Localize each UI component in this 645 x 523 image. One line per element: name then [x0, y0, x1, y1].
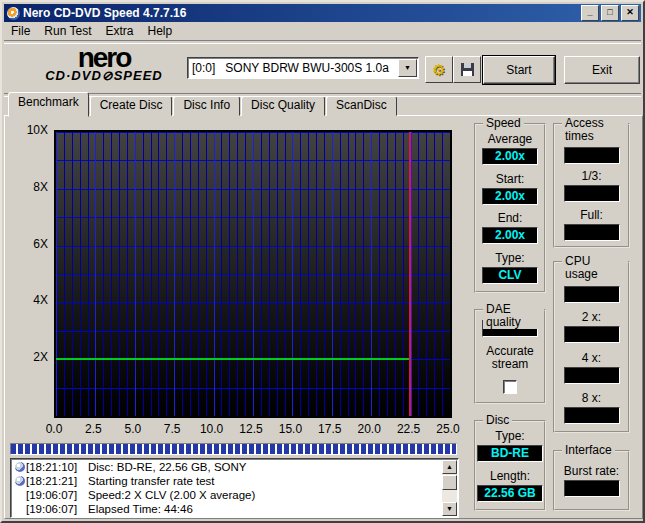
y-tick-label: 6X [10, 237, 48, 251]
end-position-marker [409, 132, 411, 416]
field-label: 4 x: [582, 351, 601, 365]
y-tick-label: 10X [10, 123, 48, 137]
menu-help[interactable]: Help [141, 22, 180, 40]
log-listbox: [18:21:10]Disc: BD-RE, 22.56 GB, SONY[18… [10, 458, 459, 518]
log-message: Disc: BD-RE, 22.56 GB, SONY [88, 461, 247, 473]
value-box: 2.00x [482, 188, 538, 205]
tab-benchmark[interactable]: Benchmark [8, 92, 89, 117]
interface-group-title: Interface [562, 444, 615, 457]
field-label: Start: [496, 172, 525, 186]
scroll-up-icon[interactable]: ▲ [442, 460, 457, 474]
field-label: End: [498, 211, 523, 225]
x-tick-label: 0.0 [37, 422, 71, 436]
x-tick-label: 25.0 [431, 422, 465, 436]
value-box: 2.00x [482, 148, 538, 165]
x-tick-label: 7.5 [155, 422, 189, 436]
value-box [564, 407, 620, 424]
log-message: Speed:2 X CLV (2.00 X average) [88, 489, 255, 501]
transfer-rate-chart: 10X8X6X4X2X 0.02.55.07.510.012.515.017.5… [10, 120, 462, 440]
field-label: 2 x: [582, 310, 601, 324]
x-tick-label: 5.0 [116, 422, 150, 436]
value-box [564, 326, 620, 343]
save-button[interactable] [453, 56, 481, 83]
y-tick-label: 4X [10, 293, 48, 307]
field-burst-rate: Burst rate: [564, 464, 620, 497]
options-button[interactable]: ⚙ [425, 56, 453, 83]
disc-icon [15, 462, 25, 472]
y-tick-label: 2X [10, 350, 48, 364]
minimize-button[interactable]: _ [581, 5, 599, 21]
dae-group-title: DAE quality [483, 303, 544, 329]
log-icon-cell [13, 476, 26, 486]
speed-group: Speed Average2.00xStart:2.00xEnd:2.00xTy… [474, 123, 546, 293]
field-length: Length:22.56 GB [477, 469, 543, 502]
disc-group: Disc Type:BD-RELength:22.56 GB [474, 420, 546, 511]
field-type: Type:BD-RE [477, 429, 543, 462]
disc-group-title: Disc [483, 414, 512, 427]
field-1-3: 1/3: [564, 169, 620, 202]
progress-bar-fill [11, 444, 456, 454]
value-box [564, 367, 620, 384]
tab-disc-info[interactable]: Disc Info [173, 96, 240, 116]
field-label: Burst rate: [564, 464, 619, 478]
close-button[interactable]: ✕ [621, 5, 639, 21]
x-tick-label: 22.5 [392, 422, 426, 436]
exit-button[interactable]: Exit [564, 56, 640, 84]
x-tick-label: 2.5 [76, 422, 110, 436]
gear-icon: ⚙ [432, 61, 445, 79]
progress-bar [10, 443, 457, 455]
disc-glyph-icon: ⊘ [102, 68, 114, 83]
log-icon-cell [13, 462, 26, 472]
tab-bar: BenchmarkCreate DiscDisc InfoDisc Qualit… [8, 95, 398, 116]
speed-group-title: Speed [483, 117, 524, 130]
menu-bar: FileRun TestExtraHelp [4, 22, 641, 40]
x-tick-label: 15.0 [273, 422, 307, 436]
log-timestamp: [19:06:07] [26, 503, 88, 515]
value-box: BD-RE [477, 445, 543, 462]
nero-product-text: CD·DVD⊘SPEED [24, 69, 184, 83]
scrollbar-thumb[interactable] [442, 475, 457, 490]
menu-file[interactable]: File [4, 22, 37, 40]
tab-disc-quality[interactable]: Disc Quality [241, 96, 325, 116]
value-box [564, 224, 620, 241]
log-row: [19:06:07]Speed:2 X CLV (2.00 X average) [13, 488, 441, 502]
field-2-x: 2 x: [564, 310, 620, 343]
field-label: Full: [580, 208, 603, 222]
floppy-save-icon [461, 63, 474, 76]
log-row: [19:06:07]Elapsed Time: 44:46 [13, 502, 441, 516]
drive-selector[interactable]: [0:0] SONY BDRW BWU-300S 1.0a ▼ [187, 57, 419, 79]
app-icon [7, 7, 20, 20]
log-scrollbar[interactable]: ▲ ▼ [442, 460, 457, 516]
value-box [564, 480, 620, 497]
chart-plot-area [54, 130, 452, 418]
field-full: Full: [564, 208, 620, 241]
speed-series-line [56, 358, 409, 360]
accurate-stream-checkbox[interactable] [503, 380, 517, 394]
value-box: 2.00x [482, 227, 538, 244]
scroll-down-icon[interactable]: ▼ [442, 502, 457, 516]
start-button[interactable]: Start [483, 56, 555, 84]
cpu-usage-group: CPU usage 1 x:2 x:4 x:8 x: [553, 261, 630, 433]
menu-extra[interactable]: Extra [98, 22, 140, 40]
log-timestamp: [18:21:21] [26, 475, 88, 487]
menu-run-test[interactable]: Run Test [37, 22, 98, 40]
access-times-group-title: Access times [562, 117, 628, 143]
nero-brand-text: nero [24, 47, 184, 69]
field-average: Average2.00x [482, 132, 538, 165]
field-label: 1/3: [581, 169, 601, 183]
log-timestamp: [18:21:10] [26, 461, 88, 473]
tab-scandisc[interactable]: ScanDisc [326, 96, 397, 116]
value-box [564, 147, 620, 164]
dae-quality-group: DAE quality Accurate stream [474, 309, 546, 404]
disc-icon [15, 476, 25, 486]
maximize-button[interactable]: □ [601, 5, 619, 21]
log-message: Starting transfer rate test [88, 475, 215, 487]
field-label: 8 x: [582, 391, 601, 405]
tab-create-disc[interactable]: Create Disc [90, 96, 173, 116]
value-box [564, 185, 620, 202]
chevron-down-icon[interactable]: ▼ [398, 59, 417, 77]
accurate-stream-label: Accurate stream [486, 345, 533, 371]
log-row: [18:21:10]Disc: BD-RE, 22.56 GB, SONY [13, 460, 441, 474]
interface-group: Interface Burst rate: [553, 450, 630, 511]
field-label: Average [488, 132, 532, 146]
